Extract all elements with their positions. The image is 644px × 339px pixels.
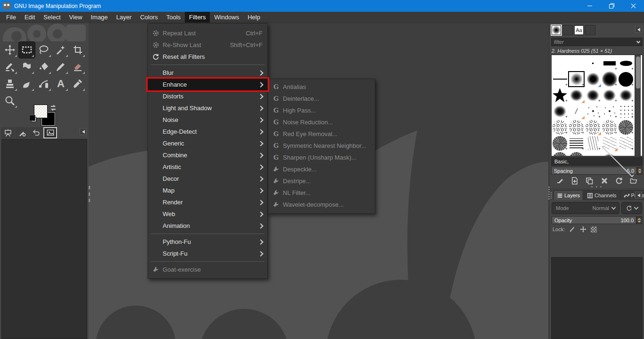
menu-item-sharpen-unsharp-mask[interactable]: GSharpen (Unsharp Mask)... bbox=[268, 152, 375, 163]
warp-transform-tool[interactable] bbox=[19, 59, 35, 75]
dock-tab-fonts[interactable]: Aa bbox=[574, 25, 584, 35]
brush-soft3[interactable]: + bbox=[601, 71, 618, 87]
brush-soft2[interactable] bbox=[585, 71, 601, 87]
brush-solid[interactable]: + bbox=[618, 71, 634, 87]
brush-texture[interactable] bbox=[552, 151, 568, 156]
dock-tab-gradients[interactable] bbox=[585, 25, 595, 35]
menu-item-enhance[interactable]: Enhance bbox=[148, 79, 267, 90]
text-tool[interactable]: A bbox=[53, 76, 69, 92]
menu-filters[interactable]: Filters bbox=[185, 12, 210, 23]
dock-tab-patterns[interactable] bbox=[562, 25, 573, 35]
dock-tab-brushes[interactable] bbox=[551, 25, 561, 35]
lock-position-button[interactable] bbox=[580, 226, 586, 233]
brush-charcoal[interactable]: + bbox=[552, 103, 568, 119]
foreground-color-swatch[interactable] bbox=[34, 105, 48, 118]
menu-item-symmetric-nearest-neighbor[interactable]: GSymmetric Nearest Neighbor... bbox=[268, 140, 375, 152]
brush-star[interactable]: + bbox=[552, 87, 568, 103]
brush-scribble[interactable]: + bbox=[585, 135, 601, 151]
brush-charcoal[interactable]: + bbox=[585, 87, 601, 103]
layers-dock-grip[interactable] bbox=[550, 192, 552, 199]
brush-texture[interactable] bbox=[568, 151, 585, 156]
brush-texture[interactable]: + bbox=[618, 119, 634, 135]
configure-tab-button[interactable] bbox=[80, 128, 87, 135]
unified-transform-tool[interactable] bbox=[2, 59, 18, 75]
menu-item-python-fu[interactable]: Python-Fu bbox=[148, 236, 267, 248]
brush-cells[interactable] bbox=[585, 119, 601, 135]
menu-item-blur[interactable]: Blur bbox=[148, 67, 267, 79]
brush-texture[interactable]: + bbox=[552, 135, 568, 151]
duplicate-brush-button[interactable] bbox=[586, 177, 593, 185]
brush-specks[interactable]: + bbox=[601, 103, 618, 119]
menu-item-generic[interactable]: Generic bbox=[148, 137, 267, 149]
menu-layer[interactable]: Layer bbox=[112, 12, 136, 23]
brush-cells[interactable]: + bbox=[601, 119, 618, 135]
brush-sketch[interactable]: + bbox=[618, 135, 634, 151]
brush-pixel[interactable] bbox=[585, 55, 601, 71]
menu-item-web[interactable]: Web bbox=[148, 208, 267, 220]
opacity-slider[interactable]: Opacity 100.0 bbox=[552, 216, 636, 224]
menu-item-antialias[interactable]: GAntialias bbox=[268, 81, 375, 93]
scrollbar-thumb[interactable] bbox=[636, 56, 640, 89]
menu-item-re-show-last[interactable]: Re-Show LastShift+Ctrl+F bbox=[148, 39, 267, 51]
move-tool[interactable] bbox=[2, 42, 18, 58]
brush-blank[interactable] bbox=[618, 151, 634, 156]
menu-file[interactable]: File bbox=[2, 12, 20, 23]
menu-item-reset-all-filters[interactable]: Reset all Filters bbox=[148, 51, 267, 63]
menu-item-script-fu[interactable]: Script-Fu bbox=[148, 248, 267, 259]
menu-item-decor[interactable]: Decor bbox=[148, 173, 267, 185]
brush-soft1-selected[interactable]: + bbox=[568, 71, 585, 87]
menu-item-noise[interactable]: Noise bbox=[148, 114, 267, 126]
brush-smear[interactable] bbox=[585, 151, 601, 156]
crop-tool[interactable] bbox=[70, 42, 86, 58]
brush-slash[interactable] bbox=[568, 103, 585, 119]
menu-colors[interactable]: Colors bbox=[136, 12, 162, 23]
opacity-spinner[interactable] bbox=[636, 216, 642, 224]
brush-cells[interactable]: + bbox=[552, 119, 568, 135]
menu-view[interactable]: View bbox=[65, 12, 87, 23]
brush-scrollbar[interactable] bbox=[635, 55, 641, 156]
eraser-tool[interactable] bbox=[70, 59, 86, 75]
brush-charcoal[interactable]: + bbox=[618, 87, 634, 103]
new-brush-button[interactable] bbox=[571, 177, 578, 185]
brush-blank[interactable] bbox=[552, 55, 568, 71]
smudge-tool[interactable] bbox=[19, 76, 35, 92]
delete-brush-button[interactable] bbox=[601, 177, 608, 185]
menu-image[interactable]: Image bbox=[86, 12, 112, 23]
brush-hatch[interactable]: + bbox=[568, 135, 585, 151]
tab-layers[interactable]: Layers bbox=[553, 190, 583, 200]
clone-tool[interactable] bbox=[2, 76, 18, 92]
brush-dots[interactable]: + bbox=[618, 103, 634, 119]
menu-item-nl-filter[interactable]: NL Filter... bbox=[268, 187, 375, 199]
menu-item-destripe[interactable]: Destripe... bbox=[268, 175, 375, 187]
menu-item-edge-detect[interactable]: Edge-Detect bbox=[148, 126, 267, 137]
brush-line[interactable]: + bbox=[552, 71, 568, 87]
dock-tab-images[interactable] bbox=[43, 127, 57, 138]
minimize-button[interactable] bbox=[579, 0, 601, 12]
brush-specks[interactable]: + bbox=[585, 103, 601, 119]
menu-tools[interactable]: Tools bbox=[162, 12, 185, 23]
configure-tab-button[interactable] bbox=[635, 192, 642, 199]
paths-tool[interactable] bbox=[36, 76, 52, 92]
dock-tab-undo-history[interactable] bbox=[29, 127, 43, 138]
brush-group-select[interactable]: Basic, bbox=[551, 157, 643, 166]
menu-item-repeat-last[interactable]: Repeat LastCtrl+F bbox=[148, 27, 267, 39]
edit-brush-button[interactable] bbox=[556, 177, 564, 185]
dock-tab-device-status[interactable] bbox=[15, 127, 29, 138]
menu-help[interactable]: Help bbox=[243, 12, 264, 23]
menu-item-red-eye-removal[interactable]: GRed Eye Removal... bbox=[268, 128, 375, 140]
menu-item-despeckle[interactable]: Despeckle... bbox=[268, 163, 375, 175]
bucket-fill-tool[interactable] bbox=[36, 59, 52, 75]
menu-item-render[interactable]: Render bbox=[148, 196, 267, 208]
open-brush-as-image-button[interactable] bbox=[630, 177, 637, 185]
menu-item-light-and-shadow[interactable]: Light and Shadow bbox=[148, 102, 267, 114]
rectangle-select-tool[interactable] bbox=[19, 42, 35, 58]
menu-select[interactable]: Select bbox=[39, 12, 65, 23]
close-button[interactable] bbox=[622, 0, 644, 12]
brush-blank[interactable] bbox=[568, 55, 585, 71]
menu-item-high-pass[interactable]: GHigh Pass... bbox=[268, 105, 375, 116]
tab-channels[interactable]: Channels bbox=[584, 190, 619, 200]
left-divider-grip[interactable] bbox=[89, 186, 91, 202]
spacing-spinner[interactable] bbox=[637, 167, 643, 175]
menu-item-goat-exercise[interactable]: Goat-exercise bbox=[148, 264, 267, 275]
zoom-tool[interactable] bbox=[2, 93, 18, 109]
